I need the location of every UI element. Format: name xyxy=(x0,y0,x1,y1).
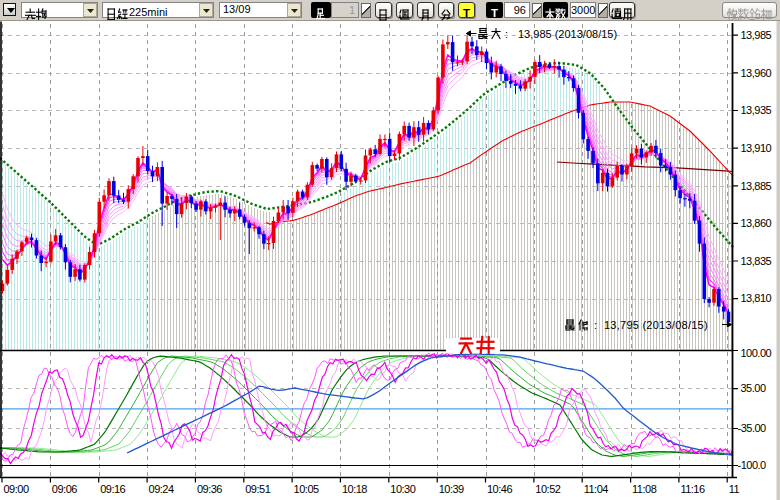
svg-text:11:04: 11:04 xyxy=(584,483,609,495)
svg-text:13,835: 13,835 xyxy=(741,255,772,267)
svg-text:13,985: 13,985 xyxy=(741,29,772,41)
svg-text:09:16: 09:16 xyxy=(100,483,125,495)
svg-text:10:46: 10:46 xyxy=(487,483,512,495)
svg-text:11:08: 11:08 xyxy=(632,483,657,495)
svg-text:13,910: 13,910 xyxy=(741,142,772,154)
svg-text:35.00: 35.00 xyxy=(741,382,766,394)
svg-text:10:39: 10:39 xyxy=(439,483,464,495)
svg-text:10:30: 10:30 xyxy=(390,483,415,495)
svg-text:-100.0: -100.0 xyxy=(738,459,767,471)
svg-text:13,985 (2013/08/15): 13,985 (2013/08/15) xyxy=(518,28,617,40)
svg-text::: : xyxy=(505,28,508,40)
svg-text:09:51: 09:51 xyxy=(245,483,270,495)
svg-text::: : xyxy=(594,319,597,331)
svg-text:13,860: 13,860 xyxy=(741,217,772,229)
svg-text:11:16: 11:16 xyxy=(680,483,705,495)
svg-text:13,795 (2013/08/15): 13,795 (2013/08/15) xyxy=(604,319,708,331)
svg-text:11: 11 xyxy=(729,483,740,495)
svg-text:10:05: 10:05 xyxy=(294,483,319,495)
svg-text:-35.00: -35.00 xyxy=(738,422,767,434)
svg-text:13,810: 13,810 xyxy=(741,292,772,304)
svg-text:09:36: 09:36 xyxy=(197,483,222,495)
svg-text:09:06: 09:06 xyxy=(52,483,77,495)
svg-text:09:00: 09:00 xyxy=(4,483,29,495)
svg-text:100.00: 100.00 xyxy=(741,347,772,359)
svg-text:09:24: 09:24 xyxy=(149,483,174,495)
svg-text:13,885: 13,885 xyxy=(741,180,772,192)
svg-text:10:18: 10:18 xyxy=(342,483,367,495)
svg-text:13,935: 13,935 xyxy=(741,104,772,116)
svg-text:10:52: 10:52 xyxy=(535,483,560,495)
svg-text:13,960: 13,960 xyxy=(741,67,772,79)
